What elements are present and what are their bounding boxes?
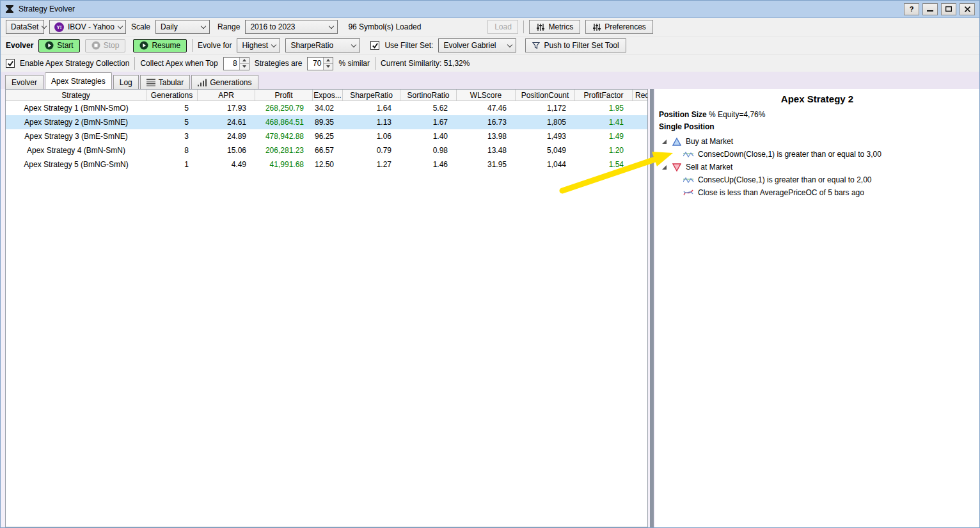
help-button[interactable]: ?: [904, 3, 919, 15]
arrow-down-icon: [326, 65, 330, 68]
filter-set-dropdown[interactable]: Evolver Gabriel: [438, 38, 516, 52]
cell-exposure: 89.35: [313, 115, 343, 129]
cell-wlscore: 16.73: [457, 115, 516, 129]
position-size-value: % Equity=4,76%: [709, 110, 765, 119]
table-row[interactable]: Apex Strategy 5 (BmNG-SmN) 1 4.49 41,991…: [6, 157, 647, 172]
column-header-positioncount[interactable]: PositionCount: [516, 90, 575, 100]
single-position-label: Single Position: [655, 122, 979, 131]
yahoo-icon: Y!: [54, 22, 64, 32]
cell-generations: 5: [146, 101, 198, 115]
resume-button[interactable]: Resume: [133, 39, 187, 52]
tab-generations-label: Generations: [210, 78, 251, 87]
similar-percent-spinner[interactable]: 70: [307, 57, 333, 70]
percent-similar-label: % similar: [338, 59, 370, 68]
spinner-down-button[interactable]: [324, 63, 333, 70]
column-header-strategy[interactable]: Strategy: [6, 90, 146, 100]
range-dropdown[interactable]: 2016 to 2023: [245, 20, 338, 34]
tab-log[interactable]: Log: [113, 75, 139, 89]
push-to-filter-set-button[interactable]: Push to Filter Set Tool: [525, 38, 626, 52]
load-button[interactable]: Load: [487, 20, 518, 34]
tab-tabular[interactable]: Tabular: [140, 75, 190, 89]
tree-item-sell-rule-1[interactable]: ConsecUp(Close,1) is greater than or equ…: [655, 173, 979, 186]
table-rows-icon: [146, 79, 155, 86]
cell-reco: [633, 115, 647, 129]
evolver-label: Evolver: [6, 41, 33, 50]
stop-button[interactable]: Stop: [85, 39, 126, 52]
top-count-spinner[interactable]: 8: [223, 57, 249, 70]
dataset-dropdown[interactable]: DataSet: [6, 20, 44, 34]
cell-strategy: Apex Strategy 5 (BmNG-SmN): [6, 157, 146, 172]
column-header-wlscore[interactable]: WLScore: [457, 90, 516, 100]
spinner-buttons: [323, 58, 333, 70]
spinner-up-button[interactable]: [324, 58, 333, 63]
cell-exposure: 96.25: [313, 129, 343, 143]
spinner-up-button[interactable]: [240, 58, 249, 63]
window-title: Strategy Evolver: [19, 4, 75, 13]
top-count-value: 8: [224, 58, 239, 70]
scale-dropdown[interactable]: Daily: [155, 20, 210, 34]
expander-icon[interactable]: [661, 164, 667, 170]
spinner-down-button[interactable]: [240, 63, 249, 70]
indicator-wave-icon: [683, 176, 694, 184]
tab-generations[interactable]: Generations: [191, 75, 258, 89]
column-header-apr[interactable]: APR: [198, 90, 255, 100]
enable-apex-label: Enable Apex Strategy Collection: [20, 59, 129, 68]
maximize-button[interactable]: [941, 3, 956, 15]
cell-profitfactor: 1.54: [575, 157, 633, 172]
cell-apr: 4.49: [198, 157, 255, 172]
tab-apex-strategies[interactable]: Apex Strategies: [45, 72, 112, 89]
position-size-label: Position Size: [659, 110, 707, 119]
tree-item-buy-at-market[interactable]: Buy at Market: [655, 135, 979, 148]
cell-positioncount: 5,049: [516, 143, 575, 157]
tab-apex-strategies-label: Apex Strategies: [51, 77, 106, 86]
apex-collection-toolbar: Enable Apex Strategy Collection Collect …: [1, 55, 979, 72]
cell-exposure: 34.02: [313, 101, 343, 115]
evolver-toolbar: Evolver Start Stop Resume Evolve for Hig…: [1, 36, 979, 55]
cell-wlscore: 13.48: [457, 143, 516, 157]
play-circle-icon: [45, 41, 54, 50]
strategy-detail-title: Apex Strategy 2: [655, 93, 979, 104]
close-button[interactable]: [960, 3, 975, 15]
evolve-for-label: Evolve for: [198, 41, 232, 50]
column-header-generations[interactable]: Generations: [146, 90, 198, 100]
enable-apex-checkbox[interactable]: [6, 59, 15, 68]
use-filter-set-label: Use Filter Set:: [384, 41, 433, 50]
cell-sortinoratio: 1.40: [400, 129, 457, 143]
tree-item-sell-rule-2[interactable]: Close is less than AveragePriceOC of 5 b…: [655, 186, 979, 199]
table-row[interactable]: Apex Strategy 3 (BmE-SmNE) 3 24.89 478,9…: [6, 129, 647, 143]
column-header-sortinoratio[interactable]: SortinoRatio: [400, 90, 457, 100]
column-header-reco[interactable]: Reco: [633, 90, 647, 100]
table-row[interactable]: Apex Strategy 1 (BmNN-SmO) 5 17.93 268,2…: [6, 101, 647, 115]
direction-dropdown[interactable]: Highest: [237, 38, 280, 52]
symbol-dropdown[interactable]: Y! IBOV - Yahoo: [49, 20, 126, 34]
column-header-profit[interactable]: Profit: [255, 90, 313, 100]
chevron-down-icon: [329, 23, 334, 28]
tree-item-sell-at-market[interactable]: Sell at Market: [655, 161, 979, 173]
preferences-button-label: Preferences: [605, 22, 646, 31]
column-header-exposure[interactable]: Expos...: [313, 90, 343, 100]
preferences-button[interactable]: Preferences: [585, 20, 653, 34]
cell-profit: 268,250.79: [255, 101, 313, 115]
minimize-button[interactable]: [922, 3, 938, 15]
cell-wlscore: 47.46: [457, 101, 516, 115]
cell-profit: 41,991.68: [255, 157, 313, 172]
buy-triangle-icon: [671, 138, 682, 146]
symbol-dropdown-value: IBOV - Yahoo: [68, 22, 115, 31]
table-row[interactable]: Apex Strategy 4 (BmN-SmN) 8 15.06 206,28…: [6, 143, 647, 157]
start-button[interactable]: Start: [38, 39, 79, 52]
vertical-splitter[interactable]: [650, 89, 654, 527]
tree-item-buy-rule[interactable]: ConsecDown(Close,1) is greater than or e…: [655, 148, 979, 161]
metric-dropdown[interactable]: SharpeRatio: [285, 38, 360, 52]
cell-generations: 5: [146, 115, 198, 129]
column-header-profitfactor[interactable]: ProfitFactor: [575, 90, 633, 100]
expander-icon[interactable]: [661, 139, 667, 145]
cell-reco: [633, 157, 647, 172]
metrics-button[interactable]: Metrics: [529, 20, 580, 34]
crossover-wave-icon: [683, 189, 694, 197]
use-filter-set-checkbox[interactable]: [370, 41, 379, 50]
table-row-selected[interactable]: Apex Strategy 2 (BmN-SmNE) 5 24.61 468,8…: [6, 115, 647, 129]
stop-button-label: Stop: [104, 41, 120, 50]
column-header-sharperatio[interactable]: SharpeRatio: [343, 90, 400, 100]
strategy-detail-panel: Apex Strategy 2 Position Size % Equity=4…: [655, 89, 979, 527]
tab-evolver[interactable]: Evolver: [5, 75, 43, 89]
